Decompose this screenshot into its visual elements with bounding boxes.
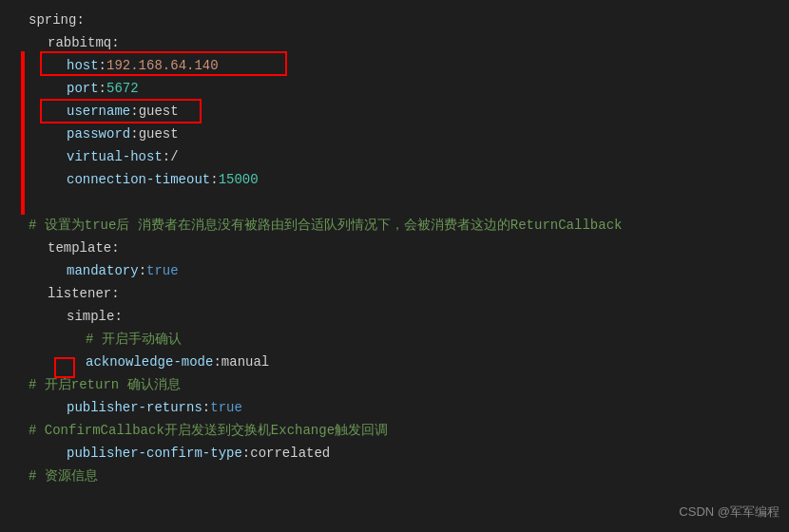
code-line: host: 192.168.64.140 (67, 55, 779, 78)
code-line: # 设置为true后 消费者在消息没有被路由到合适队列情况下，会被消费者这边的R… (29, 215, 779, 238)
watermark: CSDN @军军编程 (679, 502, 779, 522)
code-line: virtual-host: / (67, 146, 779, 169)
code-line: # 资源信息 (29, 466, 779, 488)
code-line: acknowledge-mode: manual (86, 352, 779, 374)
code-line: spring: (29, 10, 779, 32)
code-line: # ConfirmCallback开启发送到交换机Exchange触发回调 (29, 420, 779, 443)
username-line: username: guest (67, 101, 779, 124)
code-editor: spring: rabbitmq: host: 192.168.64.140 p… (0, 0, 789, 532)
code-line: mandatory: true (67, 260, 779, 283)
code-line: # 开启手动确认 (86, 329, 779, 352)
code-line: template: (48, 238, 779, 260)
code-line (29, 192, 779, 215)
annotation-bar (21, 51, 25, 215)
code-line: publisher-returns: true (67, 397, 779, 420)
code-line: port: 5672 (67, 78, 779, 101)
code-line: # 开启return 确认消息 (29, 374, 779, 397)
code-line: rabbitmq: (48, 32, 779, 55)
code-line: connection-timeout: 15000 (67, 169, 779, 192)
code-line: publisher-confirm-type: correlated (67, 443, 779, 466)
code-line: password: guest (67, 124, 779, 146)
code-line: listener: (48, 283, 779, 306)
code-line: simple: (67, 306, 779, 329)
